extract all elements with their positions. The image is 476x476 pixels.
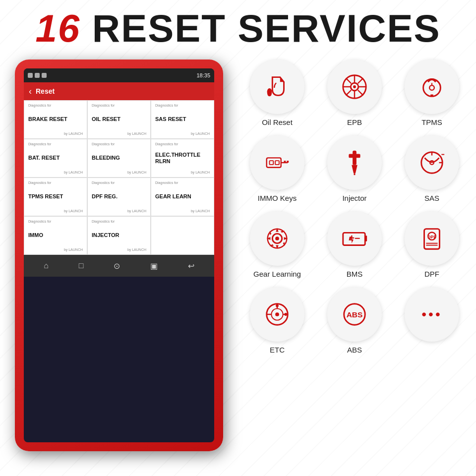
cell-diag-0: Diagnostics for — [28, 104, 83, 107]
reset-cell-0[interactable]: Diagnostics for BRAKE RESET by LAUNCH — [24, 100, 87, 139]
svg-point-32 — [275, 237, 279, 240]
app-bar-title: Reset — [36, 87, 55, 95]
status-icons-left — [28, 73, 47, 78]
service-circle-gear-learning — [250, 211, 304, 266]
reset-cell-1[interactable]: Diagnostics for OIL RESET by LAUNCH — [87, 100, 151, 139]
service-item-sas[interactable]: SAS — [398, 135, 466, 202]
cell-diag-6: Diagnostics for — [28, 181, 83, 184]
nav-back[interactable]: □ — [79, 261, 84, 270]
svg-rect-20 — [284, 161, 286, 163]
app-content: Diagnostics for BRAKE RESET by LAUNCH Di… — [24, 100, 214, 255]
svg-point-13 — [429, 85, 434, 90]
cell-diag-10: Diagnostics for — [92, 220, 146, 223]
cell-name-10: INJECTOR — [92, 232, 146, 238]
page-header: 16 RESET SERVICES — [0, 9, 476, 48]
cell-name-9: IMMO — [28, 232, 83, 238]
svg-point-48 — [276, 304, 279, 307]
cell-brand-7: by LAUNCH — [92, 209, 146, 213]
reset-cell-4[interactable]: Diagnostics for BLEEDING by LAUNCH — [87, 139, 151, 178]
service-circle-sas — [405, 135, 459, 190]
status-bar: 18:35 — [24, 68, 214, 82]
service-circle-immo-keys — [250, 135, 304, 190]
service-item-epb[interactable]: EPB — [320, 60, 389, 126]
service-item-dpf[interactable]: DPF DPF — [398, 211, 466, 278]
service-label-epb: EPB — [347, 118, 362, 126]
reset-cell-5[interactable]: Diagnostics for ELEC.THROTTLE RLRN by LA… — [151, 139, 214, 178]
nav-screenshot[interactable]: ▣ — [150, 261, 158, 271]
cell-brand-4: by LAUNCH — [92, 171, 146, 174]
cell-brand-0: by LAUNCH — [28, 132, 83, 135]
more-dots-icon: ••• — [421, 306, 442, 322]
svg-marker-23 — [352, 165, 357, 173]
service-item-immo-keys[interactable]: IMMO Keys — [243, 135, 311, 202]
reset-grid: Diagnostics for BRAKE RESET by LAUNCH Di… — [24, 100, 214, 255]
service-label-immo-keys: IMMO Keys — [258, 194, 297, 202]
cell-brand-3: by LAUNCH — [28, 171, 83, 174]
reset-cell-9[interactable]: Diagnostics for IMMO by LAUNCH — [24, 216, 87, 255]
cell-name-1: OIL RESET — [92, 116, 146, 122]
nav-menu[interactable]: ⊙ — [114, 261, 120, 271]
cell-diag-9: Diagnostics for — [28, 220, 83, 223]
service-circle-oil-reset — [250, 60, 304, 114]
service-item-injector[interactable]: Injector — [320, 135, 389, 202]
svg-text:DPF: DPF — [427, 235, 436, 239]
tablet-body: 18:35 ‹ Reset Diagnostics for BRAKE RESE… — [15, 60, 223, 451]
service-item-bms[interactable]: +− BMS — [320, 211, 389, 278]
cell-diag-1: Diagnostics for — [92, 104, 146, 107]
svg-point-49 — [285, 313, 288, 316]
back-button[interactable]: ‹ — [29, 86, 32, 97]
svg-text:ABS: ABS — [347, 310, 363, 319]
service-circle-tpms — [405, 60, 459, 114]
service-label-tpms: TPMS — [421, 118, 442, 126]
service-circle-epb — [327, 60, 382, 114]
service-circle-more: ••• — [405, 287, 459, 342]
cell-brand-2: by LAUNCH — [155, 132, 210, 135]
service-item-tpms[interactable]: TPMS — [398, 60, 466, 126]
status-icon-1 — [28, 73, 33, 78]
service-circle-bms: +− — [327, 211, 382, 266]
cell-brand-6: by LAUNCH — [28, 209, 83, 213]
reset-cell-6[interactable]: Diagnostics for TPMS RESET by LAUNCH — [24, 178, 87, 216]
service-item-abs[interactable]: ABS ABS — [320, 287, 389, 354]
service-item-oil-reset[interactable]: Oil Reset — [243, 60, 311, 126]
nav-return[interactable]: ↩ — [188, 261, 194, 271]
reset-cell-3[interactable]: Diagnostics for BAT. RESET by LAUNCH — [24, 139, 87, 178]
cell-diag-5: Diagnostics for — [155, 142, 210, 146]
cell-brand-10: by LAUNCH — [92, 248, 146, 251]
reset-cell-10[interactable]: Diagnostics for INJECTOR by LAUNCH — [87, 216, 151, 255]
cell-name-2: SAS RESET — [155, 116, 210, 122]
service-label-sas: SAS — [424, 194, 439, 202]
cell-brand-9: by LAUNCH — [28, 248, 83, 251]
service-label-injector: Injector — [342, 194, 366, 202]
cell-name-6: TPMS RESET — [28, 193, 83, 200]
svg-rect-18 — [275, 161, 279, 165]
service-item-more[interactable]: ••• — [398, 287, 466, 354]
service-item-etc[interactable]: ETC — [243, 287, 311, 354]
service-circle-etc — [250, 287, 304, 342]
svg-line-9 — [358, 90, 363, 96]
service-circle-injector — [327, 135, 382, 190]
reset-cell-7[interactable]: Diagnostics for DPF REG. by LAUNCH — [87, 178, 151, 216]
reset-cell-11[interactable] — [151, 216, 214, 255]
reset-cell-8[interactable]: Diagnostics for GEAR LEARN by LAUNCH — [151, 178, 214, 216]
cell-brand-1: by LAUNCH — [92, 132, 146, 135]
svg-line-8 — [346, 78, 352, 84]
app-bar: ‹ Reset — [24, 82, 214, 100]
service-item-gear-learning[interactable]: Gear Learning — [243, 211, 311, 278]
service-label-oil-reset: Oil Reset — [262, 118, 293, 126]
status-time: 18:35 — [196, 72, 210, 78]
service-label-etc: ETC — [270, 346, 285, 354]
nav-home[interactable]: ⌂ — [44, 261, 49, 270]
service-label-dpf: DPF — [424, 270, 439, 278]
svg-line-10 — [358, 78, 363, 84]
service-label-gear-learning: Gear Learning — [253, 270, 301, 278]
reset-cell-2[interactable]: Diagnostics for SAS RESET by LAUNCH — [151, 100, 214, 139]
cell-name-8: GEAR LEARN — [155, 193, 210, 200]
svg-point-44 — [275, 312, 279, 316]
status-icon-2 — [35, 73, 40, 78]
svg-rect-17 — [270, 161, 274, 165]
service-circle-dpf: DPF — [405, 211, 459, 266]
cell-name-4: BLEEDING — [92, 155, 146, 161]
svg-rect-22 — [353, 151, 357, 165]
cell-diag-3: Diagnostics for — [28, 142, 83, 146]
